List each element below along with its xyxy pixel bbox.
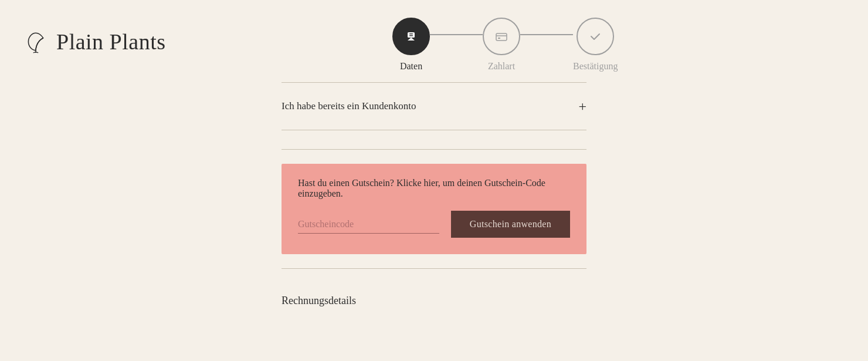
step-daten[interactable]: Daten (392, 18, 430, 72)
svg-rect-4 (496, 33, 507, 41)
step-bestaetigung-circle (577, 18, 614, 55)
step-daten-label: Daten (400, 61, 422, 72)
svg-rect-0 (408, 32, 415, 38)
step-zahlart[interactable]: Zahlart (483, 18, 520, 72)
divider-before-voucher (282, 149, 586, 150)
billing-section: Rechnungsdetails (282, 283, 586, 313)
logo-area: Plain Plants (23, 29, 166, 55)
apply-voucher-button[interactable]: Gutschein anwenden (451, 211, 570, 238)
leaf-icon (23, 29, 48, 54)
billing-title: Rechnungsdetails (282, 295, 356, 306)
divider-account (282, 130, 586, 130)
account-section[interactable]: Ich habe bereits ein Kundenkonto + (282, 87, 586, 125)
expand-account-button[interactable]: + (578, 99, 586, 113)
stepper: Daten Zahlart (392, 18, 618, 72)
step-bestaetigung[interactable]: Bestätigung (573, 18, 618, 72)
account-text: Ich habe bereits ein Kundenkonto (282, 100, 416, 112)
svg-marker-1 (408, 38, 415, 41)
voucher-info-text: Hast du einen Gutschein? Klicke hier, um… (298, 178, 570, 199)
main-content: Ich habe bereits ein Kundenkonto + Hast … (0, 77, 868, 361)
page-wrapper: Plain Plants Daten (0, 0, 868, 361)
step-zahlart-label: Zahlart (488, 61, 515, 72)
svg-rect-6 (498, 38, 500, 39)
svg-rect-3 (409, 35, 413, 36)
step-daten-circle (392, 18, 430, 55)
svg-rect-2 (409, 33, 413, 35)
step-zahlart-circle (483, 18, 520, 55)
connector-2 (520, 34, 573, 35)
step-bestaetigung-label: Bestätigung (573, 61, 618, 72)
logo-text: Plain Plants (56, 29, 166, 55)
voucher-code-input[interactable] (298, 215, 439, 234)
voucher-input-row: Gutschein anwenden (298, 211, 570, 238)
connector-1 (430, 34, 483, 35)
header: Plain Plants Daten (0, 0, 868, 77)
voucher-section: Hast du einen Gutschein? Klicke hier, um… (282, 164, 586, 254)
stepper-area: Daten Zahlart (166, 12, 845, 72)
divider-top (282, 82, 586, 83)
divider-after-voucher (282, 268, 586, 269)
